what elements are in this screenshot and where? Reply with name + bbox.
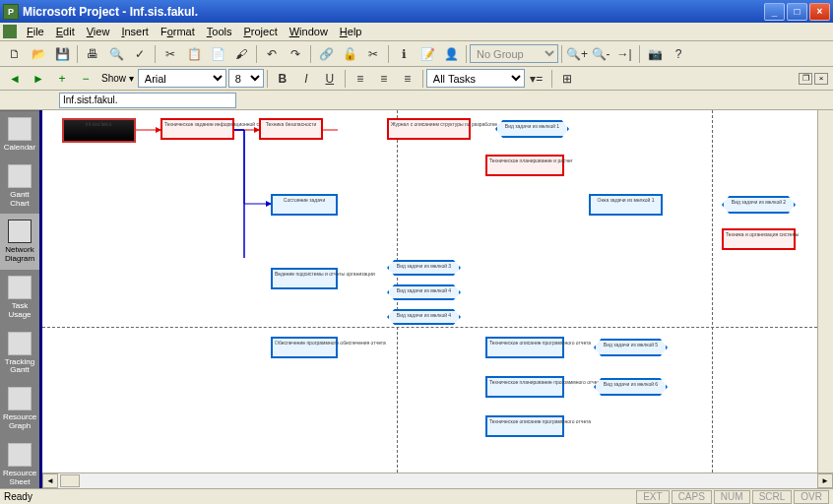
minimize-button[interactable]: _ [764,3,785,21]
titlebar: P Microsoft Project - Inf.sis.fakul. _ □… [0,0,833,23]
paste-button[interactable]: 📄 [207,43,228,65]
cut-button[interactable]: ✂ [160,43,181,65]
node-task[interactable]: Техника и организация системы [722,228,796,250]
forward-button[interactable]: ► [28,68,49,90]
split-button[interactable]: ✂ [362,43,384,65]
menubar: FFileile Edit View Insert Format Tools P… [0,23,833,41]
entry-field[interactable]: Inf.sist.fakul. [59,93,236,108]
node-milestone[interactable]: Вид задачи из мелкой 3 [387,260,461,276]
node-milestone[interactable]: Вид задачи из мелкой 1 [495,120,569,138]
node-task[interactable]: Состояние задачи [271,194,338,216]
node-task[interactable]: Техническое планирование и расчет [485,155,564,176]
status-ready: Ready [4,491,634,502]
notes-button[interactable]: 📝 [416,43,438,65]
assign-button[interactable]: 👤 [440,43,462,65]
node-summary[interactable]: Inf.sist.fakul. [62,118,136,143]
view-tracking-gantt[interactable]: Tracking Gantt [0,326,39,382]
new-button[interactable]: 🗋 [4,43,26,65]
italic-button[interactable]: I [295,68,317,90]
view-task-usage[interactable]: Task Usage [0,270,39,326]
doc-close-button[interactable]: × [814,73,828,85]
scroll-thumb[interactable] [60,474,80,487]
back-button[interactable]: ◄ [4,68,26,90]
align-center-button[interactable]: ≡ [373,68,395,90]
node-task[interactable]: Техника безопасности [259,118,323,140]
node-task[interactable]: Техническое описание программного отчета [485,415,564,437]
goto-button[interactable]: →| [613,43,635,65]
align-right-button[interactable]: ≡ [397,68,418,90]
menu-window[interactable]: Window [284,24,334,39]
link-button[interactable]: 🔗 [315,43,337,65]
menu-format[interactable]: Format [155,24,201,39]
view-network-diagram[interactable]: Network Diagram [0,214,39,270]
copy-picture-button[interactable]: 📷 [644,43,666,65]
indent-button[interactable]: − [75,68,96,90]
print-button[interactable]: 🖶 [82,43,103,65]
menu-file[interactable]: FFileile [21,24,50,39]
node-milestone[interactable]: Вид задачи из мелкой 4 [387,309,461,325]
menu-insert[interactable]: Insert [115,24,155,39]
view-resource-graph[interactable]: Resource Graph [0,381,39,437]
help-button[interactable]: ? [668,43,689,65]
font-combo[interactable]: Arial [138,69,226,88]
unlink-button[interactable]: 🔓 [339,43,360,65]
view-calendar[interactable]: Calendar [0,111,39,158]
layout-button[interactable]: ⊞ [556,68,578,90]
undo-button[interactable]: ↶ [261,43,283,65]
node-task[interactable]: Техническое описание программного отчета [485,337,564,358]
node-milestone[interactable]: Вид задачи из мелкой 4 [387,284,461,300]
diagram-canvas-wrap: Inf.sist.fakul. Техническое задание инфо… [39,110,833,488]
filter-combo[interactable]: All Tasks [426,69,525,88]
control-icon[interactable] [3,25,17,38]
view-bar: Calendar Gantt Chart Network Diagram Tas… [0,110,39,488]
spelling-button[interactable]: ✓ [129,43,151,65]
info-button[interactable]: ℹ [393,43,415,65]
menu-view[interactable]: View [81,24,116,39]
save-button[interactable]: 💾 [51,43,73,65]
horizontal-scrollbar[interactable]: ◄ ► [42,472,833,488]
open-button[interactable]: 📂 [28,43,49,65]
status-scrl: SCRL [752,490,793,504]
menu-project[interactable]: Project [237,24,283,39]
node-task[interactable]: Окна задачи из мелкой 1 [589,194,663,216]
group-combo[interactable]: No Group [470,44,558,63]
maximize-button[interactable]: □ [787,3,807,21]
view-resource-sheet[interactable]: Resource Sheet [0,437,39,488]
outdent-button[interactable]: + [51,68,73,90]
node-task[interactable]: Техническое планирование программного от… [485,376,564,398]
print-preview-button[interactable]: 🔍 [105,43,127,65]
menu-edit[interactable]: Edit [50,24,81,39]
close-button[interactable]: × [809,3,830,21]
zoom-in-button[interactable]: 🔍+ [566,43,588,65]
toolbar-standard: 🗋 📂 💾 🖶 🔍 ✓ ✂ 📋 📄 🖌 ↶ ↷ 🔗 🔓 ✂ ℹ 📝 👤 No G… [0,41,833,67]
align-left-button[interactable]: ≡ [350,68,371,90]
menu-help[interactable]: Help [334,24,368,39]
diagram-canvas[interactable]: Inf.sist.fakul. Техническое задание инфо… [42,110,833,488]
node-task[interactable]: Техническое задание информационной систе… [160,118,234,140]
node-task[interactable]: Журнал с описанием структуры по разработ… [387,118,471,140]
node-task[interactable]: Обеспечение программного обеспечения отч… [271,337,338,358]
entry-bar: Inf.sist.fakul. [0,91,833,110]
view-gantt[interactable]: Gantt Chart [0,158,39,215]
res-sheet-icon [8,443,32,467]
res-graph-icon [8,387,32,410]
node-milestone[interactable]: Вид задачи из мелкой 6 [594,378,668,396]
format-painter-button[interactable]: 🖌 [230,43,252,65]
scroll-right-button[interactable]: ► [817,473,833,488]
menu-tools[interactable]: Tools [201,24,238,39]
zoom-out-button[interactable]: 🔍- [590,43,611,65]
statusbar: Ready EXT CAPS NUM SCRL OVR [0,488,833,504]
node-milestone[interactable]: Вид задачи из мелкой 2 [722,196,796,214]
vertical-scrollbar[interactable] [817,110,833,472]
node-task[interactable]: Ведение подсистемы и отчеты организации [271,268,338,289]
copy-button[interactable]: 📋 [183,43,205,65]
scroll-left-button[interactable]: ◄ [42,473,58,488]
redo-button[interactable]: ↷ [285,43,306,65]
task-usage-icon [8,276,32,299]
node-milestone[interactable]: Вид задачи из мелкой 5 [594,339,668,356]
underline-button[interactable]: U [319,68,341,90]
size-combo[interactable]: 8 [228,69,264,88]
bold-button[interactable]: B [272,68,293,90]
doc-restore-button[interactable]: ❐ [799,73,812,85]
autofilter-button[interactable]: ▾= [526,68,547,90]
